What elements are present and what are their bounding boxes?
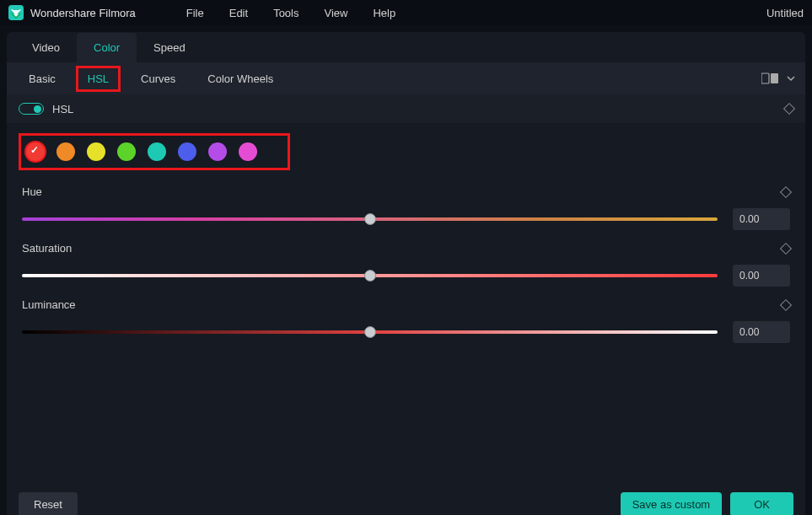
luminance-slider-block: Luminance — [7, 290, 805, 346]
saturation-slider[interactable] — [22, 274, 718, 277]
hsl-section-label: HSL — [52, 103, 73, 115]
keyframe-icon[interactable] — [780, 242, 792, 254]
tab-basic[interactable]: Basic — [17, 67, 67, 90]
saturation-label: Saturation — [22, 242, 72, 255]
hue-slider[interactable] — [22, 217, 718, 221]
tab-curves[interactable]: Curves — [129, 67, 187, 90]
keyframe-icon[interactable] — [780, 298, 792, 310]
tab-hsl[interactable]: HSL — [76, 66, 121, 92]
menu-tools[interactable]: Tools — [273, 7, 298, 19]
swatch-cyan[interactable] — [148, 142, 166, 161]
slider-thumb[interactable] — [364, 326, 376, 338]
hsl-toggle[interactable] — [19, 103, 44, 115]
swatch-yellow[interactable] — [87, 142, 105, 161]
menu-edit[interactable]: Edit — [229, 7, 248, 19]
swatch-green[interactable] — [117, 142, 136, 161]
reset-button[interactable]: Reset — [19, 492, 78, 516]
keyframe-icon[interactable] — [780, 185, 792, 197]
chevron-down-icon[interactable] — [787, 74, 795, 83]
luminance-label: Luminance — [22, 298, 76, 311]
luminance-slider[interactable] — [22, 330, 718, 334]
menu-file[interactable]: File — [186, 7, 204, 19]
tab-speed[interactable]: Speed — [137, 33, 202, 62]
title-bar: Wondershare Filmora File Edit Tools View… — [0, 0, 812, 25]
slider-thumb[interactable] — [364, 213, 376, 225]
luminance-value-input[interactable] — [733, 321, 790, 343]
color-swatch-row — [19, 133, 290, 170]
hsl-section-header: HSL — [7, 94, 805, 123]
compare-view-icon[interactable] — [761, 72, 778, 84]
saturation-slider-block: Saturation — [7, 233, 805, 290]
slider-thumb[interactable] — [364, 270, 376, 282]
keyframe-icon[interactable] — [783, 103, 795, 115]
menu-bar: File Edit Tools View Help — [186, 7, 395, 19]
app-logo-icon — [8, 5, 24, 20]
swatch-blue[interactable] — [178, 142, 196, 161]
menu-help[interactable]: Help — [373, 7, 395, 19]
saturation-value-input[interactable] — [733, 265, 790, 287]
menu-view[interactable]: View — [324, 7, 347, 19]
footer: Reset Save as custom OK — [7, 487, 805, 515]
ok-button[interactable]: OK — [730, 492, 793, 516]
sub-tabs: Basic HSL Curves Color Wheels — [7, 62, 805, 94]
hue-label: Hue — [22, 185, 42, 198]
hue-slider-block: Hue — [7, 177, 805, 233]
save-as-custom-button[interactable]: Save as custom — [621, 492, 723, 516]
app-name: Wondershare Filmora — [30, 7, 136, 19]
swatch-purple[interactable] — [208, 142, 227, 161]
svg-rect-1 — [761, 73, 769, 83]
document-title: Untitled — [766, 7, 804, 19]
swatch-red[interactable] — [26, 142, 45, 161]
svg-rect-2 — [771, 73, 778, 83]
tab-color-wheels[interactable]: Color Wheels — [196, 67, 285, 90]
tab-color[interactable]: Color — [77, 33, 137, 62]
hue-value-input[interactable] — [733, 208, 790, 230]
color-panel: Video Color Speed Basic HSL Curves Color… — [7, 32, 805, 515]
main-tabs: Video Color Speed — [7, 32, 805, 62]
swatch-orange[interactable] — [56, 142, 75, 161]
swatch-magenta[interactable] — [239, 142, 257, 161]
tab-video[interactable]: Video — [15, 33, 77, 62]
